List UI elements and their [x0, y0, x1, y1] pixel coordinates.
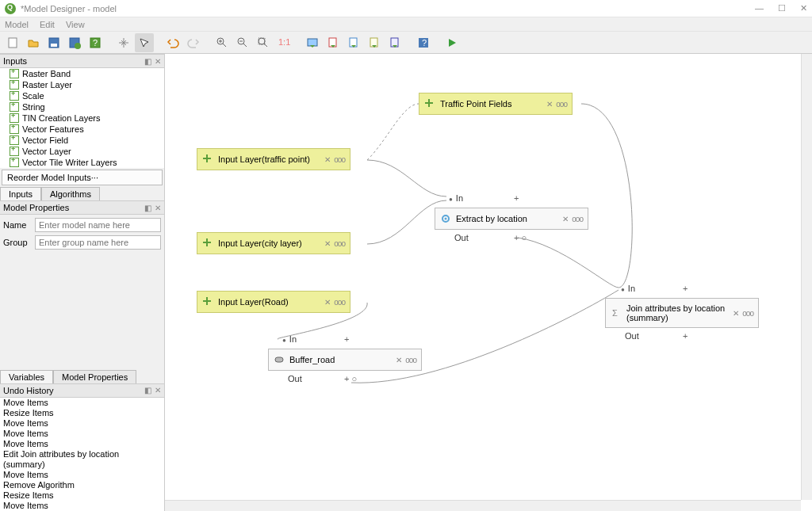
inputs-tree[interactable]: Raster BandRaster LayerScaleStringTIN Cr… [0, 68, 164, 168]
node-menu-icon[interactable]: ooo [556, 100, 567, 109]
node-label: Join attributes by location (summary) [626, 303, 730, 322]
toolbar: ? 1:1 ? [0, 32, 812, 54]
node-menu-icon[interactable]: ooo [334, 298, 345, 307]
panel-float-icon[interactable]: ◧ [144, 204, 151, 212]
group-input[interactable] [35, 235, 161, 250]
node-buffer-road[interactable]: Buffer_road ✕ ooo [268, 349, 422, 371]
undo-item[interactable]: Move Items [0, 439, 164, 449]
undo-item[interactable]: Edit Join attributes by location (summar… [0, 449, 164, 470]
canvas[interactable]: Input Layer(traffic point) ✕ ooo Input L… [165, 54, 812, 511]
port-plus-icon[interactable]: + ○ [514, 233, 527, 242]
menu-model[interactable]: Model [5, 20, 29, 29]
undo-item[interactable]: Resize Items [0, 490, 164, 501]
open-icon[interactable] [24, 33, 43, 52]
tab-variables[interactable]: Variables [0, 370, 53, 383]
menu-edit[interactable]: Edit [40, 20, 55, 29]
undo-history-list[interactable]: Move ItemsResize ItemsMove ItemsMove Ite… [0, 398, 164, 512]
node-close-icon[interactable]: ✕ [546, 100, 553, 109]
tree-item[interactable]: TIN Creation Layers [0, 112, 164, 124]
export-python-icon[interactable] [385, 33, 404, 52]
tree-item[interactable]: String [0, 101, 164, 112]
menu-view[interactable]: View [66, 20, 85, 29]
node-traffic-fields[interactable]: Traffic Point Fields ✕ ooo [419, 93, 573, 115]
maximize-button[interactable]: ☐ [778, 3, 786, 13]
reorder-inputs-button[interactable]: Reorder Model Inputs··· [2, 170, 163, 185]
zoom-full-icon[interactable] [254, 33, 273, 52]
export-img-icon[interactable] [303, 33, 322, 52]
plus-icon [424, 98, 435, 109]
save-project-icon[interactable] [65, 33, 84, 52]
panel-float-icon[interactable]: ◧ [144, 57, 151, 66]
tree-item[interactable]: Vector Features [0, 124, 164, 135]
node-menu-icon[interactable]: ooo [742, 309, 753, 318]
name-input[interactable] [35, 218, 161, 232]
model-props-header: Model Properties ◧ ✕ [0, 200, 164, 215]
close-button[interactable]: ✕ [800, 3, 807, 13]
undo-item[interactable]: Move Items [0, 418, 164, 429]
plus-icon [202, 238, 213, 249]
node-join-attributes[interactable]: Σ Join attributes by location (summary) … [605, 298, 759, 328]
panel-close-icon[interactable]: ✕ [155, 57, 161, 66]
export-svg-icon[interactable] [344, 33, 363, 52]
tree-item[interactable]: Scale [0, 90, 164, 101]
node-input-city[interactable]: Input Layer(city layer) ✕ ooo [197, 232, 350, 254]
redo-icon[interactable] [184, 33, 203, 52]
port-plus-icon[interactable]: + [344, 334, 349, 344]
port-plus-icon[interactable]: + [683, 284, 688, 293]
node-menu-icon[interactable]: ooo [334, 155, 345, 164]
zoom-in-icon[interactable] [213, 33, 232, 52]
port-plus-icon[interactable]: + [683, 331, 688, 341]
node-menu-icon[interactable]: ooo [572, 215, 583, 223]
undo-item[interactable]: Resize Items [0, 408, 164, 418]
export-script-icon[interactable] [365, 33, 384, 52]
node-input-road[interactable]: Input Layer(Road) ✕ ooo [197, 291, 350, 313]
select-icon[interactable] [135, 33, 154, 52]
help-icon[interactable]: ? [414, 33, 433, 52]
node-menu-icon[interactable]: ooo [334, 239, 345, 248]
run-icon[interactable] [442, 33, 462, 52]
undo-item[interactable]: Move Items [0, 501, 164, 511]
undo-item[interactable]: Move Items [0, 398, 164, 408]
undo-item[interactable]: Move Items [0, 429, 164, 439]
undo-item[interactable]: Remove Algorithm [0, 480, 164, 490]
horizontal-scrollbar[interactable] [165, 500, 801, 511]
tab-model-properties[interactable]: Model Properties [53, 370, 136, 383]
node-close-icon[interactable]: ✕ [562, 215, 569, 223]
node-close-icon[interactable]: ✕ [324, 298, 331, 307]
node-extract-by-location[interactable]: Extract by location ✕ ooo [435, 208, 588, 230]
svg-point-4 [75, 43, 81, 49]
tab-inputs[interactable]: Inputs [0, 187, 41, 200]
edit-help-icon[interactable]: ? [86, 33, 105, 52]
panel-close-icon[interactable]: ✕ [155, 386, 161, 395]
svg-text:?: ? [422, 38, 427, 48]
zoom-100-icon[interactable]: 1:1 [274, 33, 293, 52]
minimize-button[interactable]: — [755, 3, 764, 13]
port-plus-icon[interactable]: + [514, 193, 519, 203]
panel-float-icon[interactable]: ◧ [144, 386, 151, 395]
node-close-icon[interactable]: ✕ [324, 155, 331, 164]
tree-item[interactable]: Vector Tile Writer Layers [0, 157, 164, 168]
node-menu-icon[interactable]: ooo [405, 356, 416, 364]
tree-item[interactable]: Vector Field [0, 135, 164, 146]
undo-icon[interactable] [163, 33, 182, 52]
undo-item[interactable]: Move Items [0, 470, 164, 480]
tree-item[interactable]: Raster Band [0, 68, 164, 79]
tab-algorithms[interactable]: Algorithms [41, 187, 100, 200]
node-label: Input Layer(city layer) [218, 238, 321, 248]
node-close-icon[interactable]: ✕ [733, 309, 739, 318]
node-close-icon[interactable]: ✕ [324, 239, 331, 248]
export-pdf-icon[interactable] [324, 33, 343, 52]
port-plus-icon[interactable]: + ○ [344, 374, 357, 383]
node-close-icon[interactable]: ✕ [396, 356, 402, 364]
panel-close-icon[interactable]: ✕ [155, 204, 161, 212]
buffer-icon [274, 354, 285, 365]
tree-item[interactable]: Vector Layer [0, 146, 164, 157]
tree-item[interactable]: Raster Layer [0, 79, 164, 90]
new-icon[interactable] [3, 33, 22, 52]
node-input-traffic[interactable]: Input Layer(traffic point) ✕ ooo [197, 148, 350, 170]
pan-icon[interactable] [114, 33, 133, 52]
save-icon[interactable] [44, 33, 63, 52]
vertical-scrollbar[interactable] [801, 54, 812, 500]
zoom-out-icon[interactable] [233, 33, 252, 52]
node-label: Input Layer(traffic point) [218, 154, 321, 164]
